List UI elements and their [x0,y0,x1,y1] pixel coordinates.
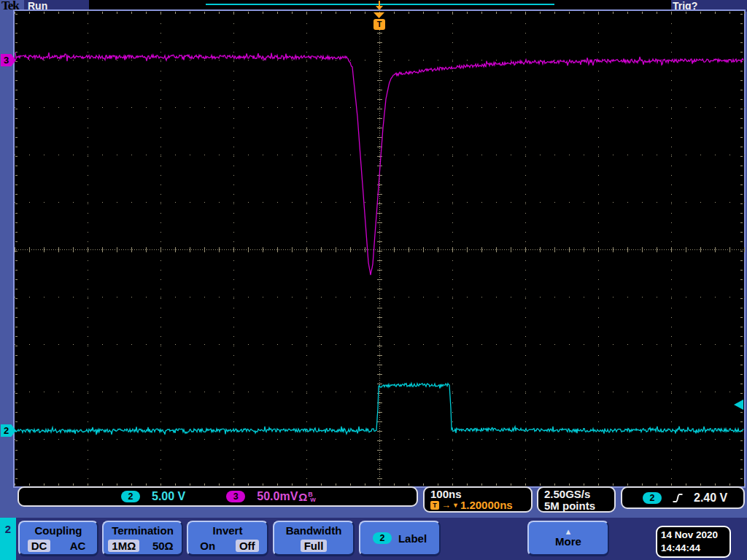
delay-value: 1.20000ns [460,500,513,510]
channel-2-badge: 2 [121,491,140,502]
option-dc[interactable]: DC [28,540,51,552]
bandwidth-limit-icon: BW [308,491,316,502]
record-length: 5M points [544,500,614,512]
acquisition-readout-box: 2.50GS/s 5M points [537,486,616,513]
trigger-position-flag[interactable]: T [374,19,385,30]
channel-2-menu-tab[interactable]: 2 [0,518,16,560]
option-off[interactable]: Off [236,540,259,552]
label-title: Label [398,532,427,545]
trigger-source-badge: 2 [643,492,662,504]
channel-3-scale: 50.0mVΩBW [257,490,316,503]
date-text: 14 Nov 2020 [661,529,726,542]
coupling-title: Coupling [20,524,97,537]
rising-edge-icon [672,492,684,504]
datetime-box: 14 Nov 2020 14:44:44 [656,526,731,558]
menu-button-label[interactable]: 2 Label [359,521,441,556]
menu-bar: 2 Coupling DC AC Termination 1MΩ 50Ω Inv… [0,518,747,560]
menu-button-more[interactable]: ▲ More [527,521,609,556]
arrow-right-icon: → [441,500,451,510]
invert-title: Invert [188,524,267,537]
trigger-readout-box: 2 2.40 V [621,486,745,509]
option-ac[interactable]: AC [66,540,90,552]
time-text: 14:44:44 [661,542,726,555]
more-title: More [555,535,581,548]
trigger-level: 2.40 V [694,491,727,505]
menu-button-invert[interactable]: Invert On Off [187,521,268,556]
trigger-t-icon: T [430,501,439,510]
option-50ohm[interactable]: 50Ω [149,540,177,552]
horizontal-readout-box: 100ns T→▼1.20000ns [423,486,533,513]
option-full[interactable]: Full [301,540,328,552]
menu-button-termination[interactable]: Termination 1MΩ 50Ω [102,521,183,556]
chevron-up-icon: ▲ [565,529,573,535]
menu-button-bandwidth[interactable]: Bandwidth Full [273,521,355,556]
channel-readout-box: 2 5.00 V 3 50.0mVΩBW [18,486,418,507]
termination-title: Termination [104,524,182,537]
waveform-layer [0,0,747,560]
label-channel-badge: 2 [373,532,392,544]
channel-3-scale-value: 50.0mV [257,490,298,503]
option-on[interactable]: On [196,540,219,552]
sample-rate: 2.50GS/s [544,489,614,500]
option-1mohm[interactable]: 1MΩ [108,540,139,552]
channel-3-badge: 3 [226,491,245,502]
ohm-icon: Ω [298,491,307,503]
bandwidth-title: Bandwidth [274,524,353,537]
channel-2-scale: 5.00 V [152,490,185,503]
triangle-down-icon: ▼ [452,500,459,510]
menu-button-coupling[interactable]: Coupling DC AC [18,521,98,556]
trigger-delay-readout: T→▼1.20000ns [430,500,531,510]
